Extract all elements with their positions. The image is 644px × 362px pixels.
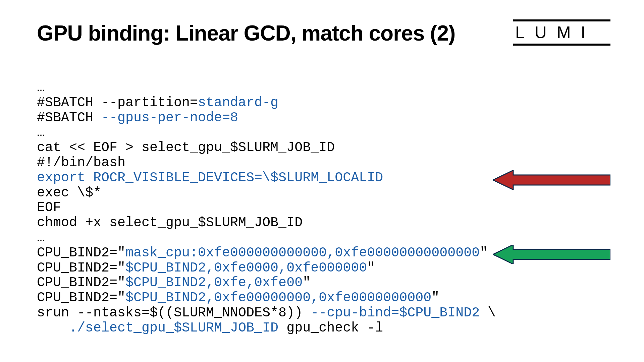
- code-line: CPU_BIND2="$CPU_BIND2,0xfe,0xfe00": [37, 275, 311, 290]
- red-arrow-icon: [493, 170, 610, 190]
- lumi-logo: LUMI: [513, 19, 610, 46]
- code-line: cat << EOF > select_gpu_$SLURM_JOB_ID: [37, 140, 335, 155]
- code-line: #SBATCH --gpus-per-node=8: [37, 110, 238, 125]
- code-line: CPU_BIND2="$CPU_BIND2,0xfe0000,0xfe00000…: [37, 260, 375, 276]
- logo-text: LUMI: [513, 21, 610, 44]
- code-line: …: [37, 80, 45, 95]
- green-arrow-icon: [493, 245, 610, 264]
- code-line: ./select_gpu_$SLURM_JOB_ID gpu_check -l: [37, 320, 383, 336]
- code-line: CPU_BIND2="$CPU_BIND2,0xfe00000000,0xfe0…: [37, 290, 439, 305]
- code-line: CPU_BIND2="mask_cpu:0xfe000000000000,0xf…: [37, 245, 488, 260]
- logo-bar-bottom: [513, 44, 610, 46]
- arrow-shape: [493, 245, 610, 264]
- arrow-shape: [493, 170, 610, 190]
- slide-title: GPU binding: Linear GCD, match cores (2): [37, 21, 455, 46]
- code-line: …: [37, 125, 45, 140]
- code-line: EOF: [37, 200, 61, 215]
- code-line-highlight: export ROCR_VISIBLE_DEVICES=\$SLURM_LOCA…: [37, 170, 383, 185]
- code-line: srun --ntasks=$((SLURM_NNODES*8)) --cpu-…: [37, 305, 496, 320]
- code-line: #!/bin/bash: [37, 155, 125, 170]
- code-line: …: [37, 230, 45, 245]
- code-line: chmod +x select_gpu_$SLURM_JOB_ID: [37, 215, 303, 230]
- code-line: #SBATCH --partition=standard-g: [37, 95, 278, 110]
- code-line: exec \$*: [37, 185, 101, 200]
- code-block: … #SBATCH --partition=standard-g #SBATCH…: [37, 80, 496, 336]
